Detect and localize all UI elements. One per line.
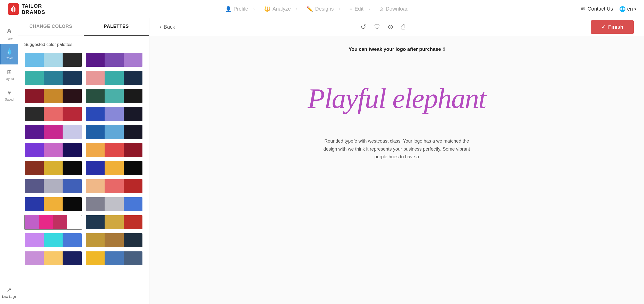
palette-row[interactable] <box>24 233 82 248</box>
sidebar-icons: A Type 💧 Color ⊞ Layout ♥ Saved ↗ New Lo… <box>0 18 18 304</box>
palette-swatch <box>63 143 82 157</box>
palette-swatch <box>86 53 105 67</box>
preview-area: ‹ Back ↺ ♡ ⊙ ⎙ ✓ Finish You can tweak yo… <box>149 18 644 304</box>
palette-swatch <box>25 251 44 265</box>
palette-section-title: Suggested color palettes: <box>24 42 143 47</box>
palette-row[interactable] <box>24 251 82 266</box>
palette-swatch <box>124 89 143 103</box>
palette-swatch <box>105 89 124 103</box>
language-selector[interactable]: 🌐 en ▾ <box>619 6 636 12</box>
nav-step-designs[interactable]: ✏️ Designs › <box>302 6 345 12</box>
contact-us-button[interactable]: ✉ Contact Us <box>581 6 613 12</box>
analyze-icon: 🔱 <box>264 6 270 12</box>
tab-change-colors[interactable]: CHANGE COLORS <box>18 18 84 36</box>
palette-swatch <box>63 107 82 121</box>
palette-swatch <box>39 215 53 229</box>
palette-swatch <box>86 161 105 175</box>
palette-grid <box>24 52 143 266</box>
palette-swatch <box>105 215 124 229</box>
palette-swatch <box>86 125 105 139</box>
palette-swatch <box>63 161 82 175</box>
palette-row[interactable] <box>85 106 143 121</box>
palette-swatch <box>25 125 44 139</box>
nav-step-profile[interactable]: 👤 Profile › <box>221 6 259 12</box>
palette-row[interactable] <box>85 52 143 67</box>
finish-label: Finish <box>608 24 623 30</box>
palette-swatch <box>44 89 63 103</box>
palette-row[interactable] <box>85 88 143 103</box>
sidebar-item-layout[interactable]: ⊞ Layout <box>0 64 18 85</box>
nav-arrow-4: › <box>369 7 370 11</box>
type-icon: A <box>7 27 12 35</box>
palette-swatch <box>63 197 82 211</box>
palette-row[interactable] <box>24 70 82 85</box>
palette-swatch <box>124 143 143 157</box>
palette-row[interactable] <box>24 106 82 121</box>
palette-row[interactable] <box>85 197 143 212</box>
contact-us-label: Contact Us <box>588 6 613 12</box>
palette-row[interactable] <box>24 88 82 103</box>
heart-icon[interactable]: ♡ <box>374 23 380 31</box>
undo-icon[interactable]: ↺ <box>361 23 366 31</box>
palette-row[interactable] <box>24 125 82 139</box>
palette-swatch <box>86 233 105 247</box>
sidebar-item-type[interactable]: A Type <box>0 23 18 44</box>
back-button[interactable]: ‹ Back <box>160 24 175 30</box>
nav-arrow-3: › <box>339 7 340 11</box>
palette-row[interactable] <box>85 125 143 139</box>
tab-palettes[interactable]: PALETTES <box>84 18 149 36</box>
palette-row[interactable] <box>85 251 143 266</box>
sidebar-layout-label: Layout <box>5 77 14 81</box>
palette-swatch <box>44 143 63 157</box>
palette-swatch <box>25 197 44 211</box>
nav-step-edit[interactable]: ≡ Edit › <box>345 6 375 12</box>
palette-row[interactable] <box>24 197 82 212</box>
color-icon: 💧 <box>6 48 13 55</box>
palette-swatch <box>105 233 124 247</box>
palette-swatch <box>105 107 124 121</box>
preview-toolbar: ‹ Back ↺ ♡ ⊙ ⎙ ✓ Finish <box>149 18 644 36</box>
palette-row[interactable] <box>85 70 143 85</box>
sidebar-item-saved[interactable]: ♥ Saved <box>0 85 18 106</box>
palette-swatch <box>124 179 143 193</box>
palette-row[interactable] <box>24 52 82 67</box>
back-arrow-icon: ‹ <box>160 24 162 30</box>
palette-row[interactable] <box>85 161 143 176</box>
palette-row[interactable] <box>24 161 82 176</box>
play-icon[interactable]: ⊙ <box>388 23 393 31</box>
palette-row[interactable] <box>85 143 143 158</box>
header-right: ✉ Contact Us 🌐 en ▾ <box>559 6 636 12</box>
palette-swatch <box>44 179 63 193</box>
logo-preview: Playful elephant <box>308 73 486 124</box>
new-logo-button[interactable]: ↗ New Logo <box>0 281 18 304</box>
share-icon[interactable]: ⎙ <box>401 23 405 31</box>
palette-swatch <box>44 161 63 175</box>
palette-swatch <box>105 197 124 211</box>
palette-swatch <box>105 179 124 193</box>
nav-step-download[interactable]: ⊙ Download <box>375 6 413 12</box>
palette-swatch <box>25 215 39 229</box>
palette-swatch <box>86 251 105 265</box>
sidebar-item-color[interactable]: 💧 Color <box>0 44 18 64</box>
palette-swatch <box>25 89 44 103</box>
info-icon: ℹ <box>443 46 445 52</box>
palette-row[interactable] <box>85 233 143 248</box>
palette-row[interactable] <box>24 215 82 230</box>
palette-row[interactable] <box>85 215 143 230</box>
palette-row[interactable] <box>85 179 143 194</box>
main-layout: A Type 💧 Color ⊞ Layout ♥ Saved ↗ New Lo… <box>0 18 644 304</box>
download-icon: ⊙ <box>379 6 384 12</box>
palette-swatch <box>86 215 105 229</box>
palette-row[interactable] <box>24 143 82 158</box>
preview-content: You can tweak your logo after purchase ℹ… <box>149 36 644 304</box>
finish-button[interactable]: ✓ Finish <box>591 20 634 34</box>
sidebar-saved-label: Saved <box>5 98 14 101</box>
globe-icon: 🌐 <box>619 6 626 12</box>
palette-row[interactable] <box>24 179 82 194</box>
panel-content: Suggested color palettes: <box>18 36 149 272</box>
nav-step-analyze[interactable]: 🔱 Analyze › <box>259 6 302 12</box>
palette-swatch <box>86 143 105 157</box>
palette-swatch <box>105 251 124 265</box>
palette-swatch <box>124 215 143 229</box>
profile-icon: 👤 <box>225 6 232 12</box>
